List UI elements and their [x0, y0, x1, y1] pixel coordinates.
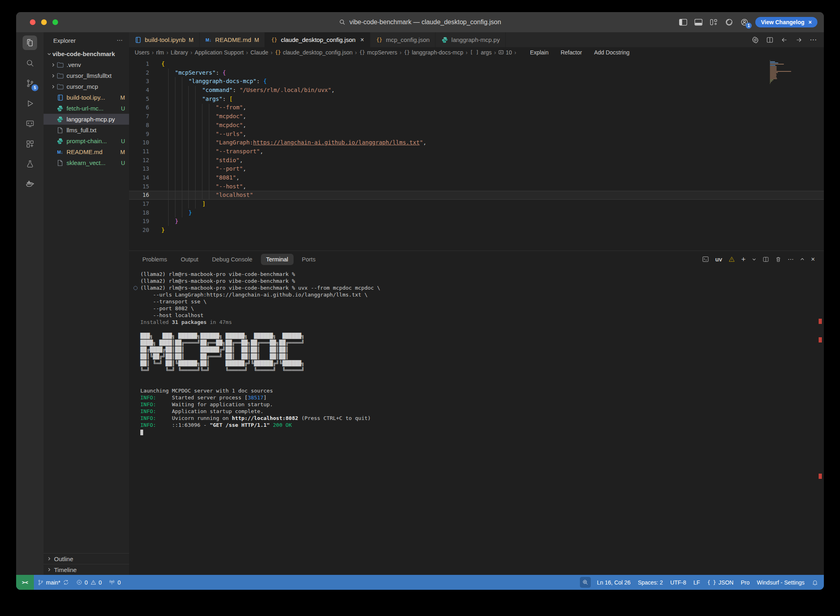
- ports-status[interactable]: 0: [105, 579, 124, 586]
- language-mode-status[interactable]: { } JSON: [704, 579, 737, 586]
- folder-icon: [57, 73, 64, 79]
- encoding-status[interactable]: UTF-8: [667, 579, 690, 586]
- minimize-window-button[interactable]: [41, 19, 47, 25]
- window-title-search[interactable]: vibe-code-benchmark — claude_desktop_con…: [339, 12, 501, 32]
- activity-explorer-icon[interactable]: [23, 35, 37, 50]
- sidebar-section-timeline[interactable]: Timeline: [44, 564, 129, 575]
- tab-langgraph-mcp-py[interactable]: langgraph-mcp.py: [436, 32, 506, 47]
- breadcrumb-item[interactable]: Application Support: [195, 49, 244, 56]
- panel-more-icon[interactable]: ⋯: [788, 256, 794, 263]
- breadcrumb-separator: ›: [190, 49, 192, 56]
- tree-item-sklearn-vect-[interactable]: sklearn_vect...U: [44, 157, 129, 168]
- problems-status[interactable]: 0 0: [73, 579, 106, 586]
- tree-item-fetch-url-mc-[interactable]: fetch-url-mc...U: [44, 103, 129, 114]
- activity-extensions-icon[interactable]: [23, 136, 37, 151]
- tree-item-cursor-llmsfulltxt[interactable]: cursor_llmsfulltxt: [44, 70, 129, 81]
- indentation-status[interactable]: Spaces: 2: [634, 579, 667, 586]
- python-icon: [57, 138, 63, 144]
- panel-tab-terminal[interactable]: Terminal: [261, 254, 294, 265]
- panel-tab-output[interactable]: Output: [175, 254, 204, 265]
- sync-icon[interactable]: [63, 579, 69, 585]
- back-icon[interactable]: [781, 36, 788, 44]
- maximize-window-button[interactable]: [52, 19, 58, 25]
- code-editor[interactable]: 1{2 "mcpServers": {3 "langgraph-docs-mcp…: [129, 58, 824, 251]
- cascade-icon[interactable]: [725, 18, 734, 27]
- line-number: 7: [129, 112, 149, 121]
- code-action-add-docstring[interactable]: Add Docstring: [594, 49, 629, 56]
- close-panel-icon[interactable]: ×: [811, 255, 815, 263]
- tree-item-prompt-chain-[interactable]: prompt-chain...U: [44, 136, 129, 146]
- breadcrumb-item[interactable]: rlm: [156, 49, 164, 56]
- cursor-position-status[interactable]: Ln 16, Col 26: [593, 579, 634, 586]
- activity-run-debug-icon[interactable]: [23, 96, 37, 111]
- forward-icon[interactable]: [795, 36, 802, 44]
- breadcrumb-item[interactable]: Claude: [250, 49, 268, 56]
- tab-README-md[interactable]: M↓README.mdM: [200, 32, 265, 47]
- changelog-close-icon[interactable]: ×: [809, 19, 812, 25]
- split-editor-icon[interactable]: [766, 36, 773, 44]
- line-number: 9: [129, 130, 149, 139]
- breadcrumb-label: langgraph-docs-mcp: [412, 49, 463, 56]
- python-icon: [57, 105, 63, 112]
- terminal-prompt-line: (llama2) rlm@rs-macbook-pro vibe-code-be…: [140, 271, 824, 278]
- tree-item--venv[interactable]: .venv: [44, 59, 129, 70]
- tree-item-llms-full-txt[interactable]: llms_full.txt: [44, 125, 129, 136]
- kill-terminal-icon[interactable]: [775, 256, 782, 263]
- breadcrumb-item[interactable]: Library: [171, 49, 188, 56]
- panel-tab-problems[interactable]: Problems: [137, 254, 172, 265]
- layout-icon[interactable]: [709, 18, 718, 27]
- terminal-output[interactable]: (llama2) rlm@rs-macbook-pro vibe-code-be…: [129, 267, 824, 575]
- activity-testing-icon[interactable]: [23, 157, 37, 171]
- notifications-bell[interactable]: [808, 579, 824, 586]
- app-settings-status[interactable]: Windsurf - Settings: [753, 579, 808, 586]
- breadcrumb-item[interactable]: 10: [498, 49, 512, 56]
- activity-search-icon[interactable]: [23, 56, 37, 70]
- close-icon[interactable]: ×: [361, 36, 364, 44]
- tab-build-tool-ipynb[interactable]: build-tool.ipynbM: [129, 32, 200, 47]
- tree-item-label: README.md: [67, 148, 102, 155]
- code-line: 13 "--port",: [129, 165, 824, 173]
- shell-warning-icon[interactable]: [728, 256, 735, 263]
- branch-status[interactable]: main*: [34, 579, 73, 586]
- markdown-icon: M↓: [56, 148, 64, 156]
- activity-remote-window-icon[interactable]: [23, 116, 37, 131]
- close-window-button[interactable]: [30, 19, 35, 25]
- explorer-more-icon[interactable]: ⋯: [117, 37, 123, 44]
- tree-item-langgraph-mcp-py[interactable]: langgraph-mcp.py: [44, 114, 129, 125]
- code-action-explain[interactable]: Explain: [530, 49, 548, 56]
- sidebar-section-outline[interactable]: Outline: [44, 553, 129, 564]
- eol-status[interactable]: LF: [690, 579, 704, 586]
- terminal-dropdown-icon[interactable]: [752, 257, 757, 262]
- radio-tower-icon: [109, 579, 115, 585]
- screencast-zoom-icon[interactable]: [580, 577, 591, 588]
- toggle-panel-icon[interactable]: [694, 18, 703, 27]
- breadcrumb-item[interactable]: Users: [135, 49, 150, 56]
- new-terminal-icon[interactable]: +: [741, 255, 746, 264]
- panel-tab-ports[interactable]: Ports: [297, 254, 321, 265]
- account-icon[interactable]: 1: [740, 18, 749, 27]
- tree-root[interactable]: vibe-code-benchmark: [44, 48, 129, 59]
- tab-mcp-config-json[interactable]: {}mcp_config.json: [370, 32, 436, 47]
- tree-item-README-md[interactable]: M↓README.mdM: [44, 146, 129, 157]
- gear-icon[interactable]: [752, 36, 759, 44]
- activity-source-control-icon[interactable]: 5: [23, 76, 37, 90]
- more-actions-icon[interactable]: ⋯: [810, 35, 817, 44]
- tree-item-build-tool-ipy-[interactable]: build-tool.ipy...M: [44, 92, 129, 103]
- split-terminal-icon[interactable]: [763, 256, 769, 263]
- breadcrumb-item[interactable]: {}langgraph-docs-mcp: [404, 49, 463, 56]
- breadcrumb-item[interactable]: [ ]args: [470, 49, 492, 56]
- toggle-sidebar-icon[interactable]: [679, 18, 688, 27]
- panel-tab-debug-console[interactable]: Debug Console: [207, 254, 258, 265]
- tab-claude-desktop-config-json[interactable]: {}claude_desktop_config.json×: [265, 32, 370, 47]
- activity-docker-icon[interactable]: [23, 177, 37, 191]
- modified-badge: M: [189, 37, 194, 43]
- view-changelog-button[interactable]: View Changelog ×: [755, 17, 817, 27]
- tree-item-cursor-mcp[interactable]: cursor_mcp: [44, 81, 129, 92]
- maximize-panel-icon[interactable]: [800, 257, 805, 262]
- code-action-refactor[interactable]: Refactor: [561, 49, 582, 56]
- plan-status[interactable]: Pro: [737, 579, 753, 586]
- remote-indicator[interactable]: ><: [16, 575, 34, 590]
- breadcrumb-item[interactable]: {}claude_desktop_config.json: [275, 49, 352, 56]
- breadcrumb-item[interactable]: {}mcpServers: [359, 49, 397, 56]
- tree-item-label: llms_full.txt: [67, 127, 96, 134]
